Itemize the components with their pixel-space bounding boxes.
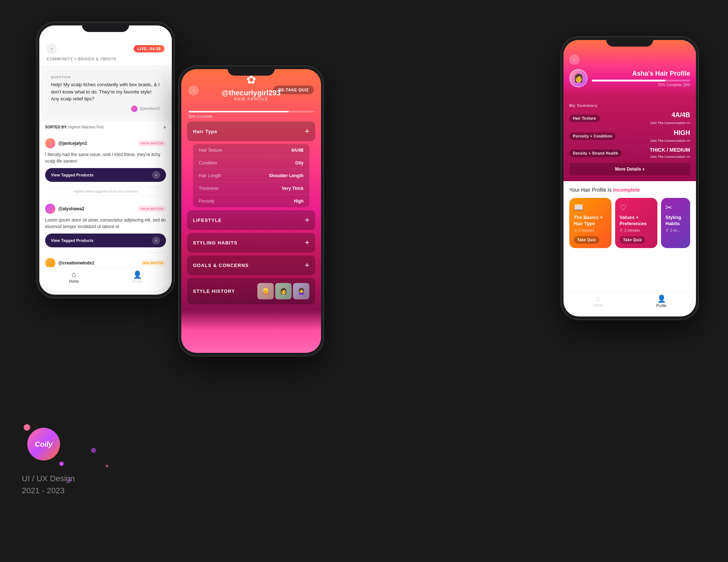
back-icon: ‹	[51, 46, 52, 51]
more-details-button[interactable]: More Details ▾	[569, 163, 690, 175]
styling-section[interactable]: STYLING HABITS +	[187, 233, 315, 252]
view-products-label: View Tagged Products	[51, 238, 94, 243]
back-button[interactable]: ‹	[569, 55, 579, 65]
detail-value: Shoulder Length	[269, 173, 304, 178]
sort-bar: SORTED BY: Highest Matches First ▾	[39, 121, 172, 133]
back-icon: ‹	[193, 88, 194, 93]
phone-notch	[82, 22, 129, 32]
progress-bar	[592, 80, 690, 81]
summary-link[interactable]: Join The Conversation >>	[650, 121, 690, 125]
match-badge: HIGH MATCH	[138, 140, 166, 146]
phone-community: ‹ LIVE: 04:35 COMMUNITY > COMMUNITY > BR…	[36, 22, 175, 298]
goals-section[interactable]: GOALS & CONCERNS +	[187, 255, 315, 275]
progress-label: 75% Complete (3/4)	[592, 83, 690, 87]
deco-dot-3	[67, 478, 71, 482]
breadcrumb: COMMUNITY > COMMUNITY > BRAIDS & TWISTSB…	[47, 57, 165, 61]
sort-text: SORTED BY: Highest Matches First	[45, 125, 103, 129]
comment-header: @creationwinds1 MID MATCH	[45, 258, 166, 268]
back-button[interactable]: ‹	[189, 85, 199, 96]
detail-key: Hair Length	[199, 173, 221, 178]
chat-top-bar: ‹ LIVE: 04:35	[47, 44, 165, 54]
logo-text: Coily	[35, 440, 53, 449]
table-row: Hair Texture 4A/4B	[193, 144, 309, 157]
time-label: 2 mi...	[670, 228, 680, 232]
summary-badge: Porosity + Condition	[569, 132, 616, 140]
back-button[interactable]: ‹	[47, 44, 57, 54]
summary-value: THICK / MEDIUM	[650, 147, 690, 153]
comment-message: Lorem ipsum dolor sit amet, consectetur …	[45, 217, 166, 230]
incomplete-section: Your Hair Profile Is Incomplete 📖 The Ba…	[563, 181, 696, 254]
home-icon: ⌂	[72, 270, 76, 279]
summary-link[interactable]: Join The Conversation >>	[650, 139, 690, 143]
expand-icon: +	[305, 215, 309, 225]
style-photo-3: 👩‍🦱	[293, 283, 309, 299]
nav-profile[interactable]: 👤 Profile	[630, 294, 693, 308]
sort-chevron-icon[interactable]: ▾	[163, 124, 166, 130]
username: @janicejalyn1	[58, 141, 87, 146]
progress-label: 80% Complete	[181, 115, 321, 119]
profile-sections: Hair Type + Hair Texture 4A/4B Condition…	[181, 121, 321, 275]
logo-main-circle: Coily	[27, 428, 60, 461]
quiz-book-icon: 📖	[574, 203, 607, 212]
nav-home[interactable]: ⌂ Home	[42, 270, 106, 284]
avatar	[45, 204, 55, 214]
detail-value: Very Thick	[282, 186, 304, 191]
incomplete-highlight: Incomplete	[613, 187, 640, 193]
username: @alyshawa2	[58, 206, 84, 211]
profile-subtitle: HAIR PROFILE	[189, 97, 314, 101]
nav-home[interactable]: ⌂ Home	[566, 294, 630, 308]
clock-icon: ⏱	[574, 228, 577, 232]
quiz-card-time: ⏱ 2 minutes	[574, 228, 607, 232]
clock-icon: ⏱	[665, 228, 669, 232]
profile-icon: 👤	[657, 294, 666, 303]
detail-key: Thickness	[199, 186, 218, 191]
view-products-button[interactable]: View Tagged Products ›	[45, 168, 166, 182]
nav-profile[interactable]: 👤 Profile	[106, 270, 169, 284]
take-quiz-button[interactable]: Take Quiz	[620, 236, 645, 244]
view-products-arrow-icon: ›	[152, 236, 160, 244]
expand-icon: +	[305, 127, 309, 136]
list-item: @janicejalyn1 HIGH MATCH I literally had…	[45, 133, 166, 187]
asha-avatar: 👩	[569, 69, 587, 87]
asha-profile-row: 👩 Asha's Hair Profile 75% Complete (3/4)	[569, 69, 690, 87]
profile-label: Profile	[656, 304, 666, 308]
asha-name: Asha's Hair Profile	[592, 70, 690, 77]
clock-icon: ⏱	[620, 228, 623, 232]
profile-username: @thecurlygirl293	[189, 89, 314, 97]
take-quiz-button[interactable]: Take Quiz	[574, 236, 600, 244]
hair-details: Hair Texture 4A/4B Condition Oily Hair L…	[193, 144, 309, 207]
table-row: Thickness Very Thick	[193, 182, 309, 195]
asha-name-section: Asha's Hair Profile 75% Complete (3/4)	[592, 70, 690, 87]
question-label: QUESTION	[51, 75, 160, 79]
live-badge: LIVE: 04:35	[134, 45, 165, 52]
detail-value: Oily	[295, 160, 304, 166]
summary-section: My Summary Hair Texture 4A/4B Join The C…	[563, 97, 696, 181]
detail-key: Condition	[199, 160, 217, 166]
table-row: Porosity High	[193, 195, 309, 207]
style-photo-2: 👩	[275, 283, 292, 299]
profile-icon: 👤	[133, 270, 142, 279]
author-name: @janedoe22	[139, 107, 160, 111]
question-text: Help! My scalp itches constantly with bo…	[51, 81, 160, 103]
comment-user: @creationwinds1	[45, 258, 94, 268]
goals-label: GOALS & CONCERNS	[193, 263, 249, 268]
asha-header: ‹ 👩 Asha's Hair Profile 75% Complete (3/…	[563, 40, 696, 97]
deco-dot-2	[106, 465, 108, 467]
expand-icon: +	[305, 238, 309, 247]
more-details-label: More Details	[615, 167, 641, 172]
expand-icon: +	[305, 260, 309, 270]
time-label: 2 minutes	[578, 228, 594, 232]
summary-link[interactable]: Join The Conversation >>	[650, 155, 690, 159]
quiz-card-styling: ✂ Styling Habits ⏱ 2 mi...	[661, 198, 690, 248]
lifestyle-section[interactable]: LIFESTYLE +	[187, 210, 315, 230]
bottom-nav: ⌂ Home 👤 Profile	[42, 267, 169, 291]
style-history-section[interactable]: STYLE HISTORY 👱 👩 👩‍🦱	[187, 278, 315, 304]
brand-tagline: UI / UX Design2021 - 2023	[22, 473, 75, 497]
summary-value: 4A/4B	[650, 111, 690, 119]
summary-value-section: HIGH Join The Conversation >>	[650, 129, 690, 143]
summary-item: Porosity + Condition HIGH Join The Conve…	[569, 129, 690, 143]
style-photo-1: 👱	[257, 283, 274, 299]
hair-type-section[interactable]: Hair Type +	[187, 121, 315, 141]
view-products-button[interactable]: View Tagged Products ›	[45, 234, 166, 247]
table-row: Hair Length Shoulder Length	[193, 170, 309, 182]
